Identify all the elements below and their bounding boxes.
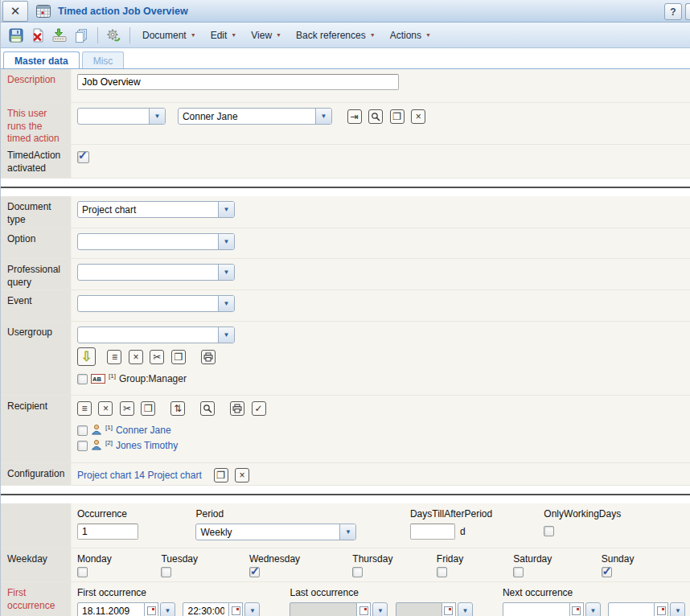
chevron-down-icon[interactable]: ▼ bbox=[160, 602, 175, 616]
copy-button[interactable] bbox=[71, 25, 92, 46]
period-select[interactable]: Weekly▼ bbox=[195, 524, 356, 540]
usergroup-select[interactable]: ▼ bbox=[77, 326, 235, 343]
title-bar: ✕ Timed action Job Overview ? bbox=[1, 0, 690, 23]
days-till-after-period-label: DaysTillAfterPeriod bbox=[410, 508, 540, 519]
check-icon[interactable]: ✓ bbox=[252, 401, 266, 416]
recipient-checkbox[interactable] bbox=[77, 441, 88, 451]
search-icon[interactable] bbox=[200, 401, 215, 416]
first-occurrence-date: ▼ bbox=[77, 602, 175, 616]
tab-bar: Master data Misc bbox=[1, 48, 690, 69]
activated-checkbox[interactable] bbox=[77, 151, 89, 163]
thursday-checkbox[interactable] bbox=[352, 567, 363, 577]
sunday-checkbox[interactable] bbox=[602, 567, 612, 577]
tab-master-data[interactable]: Master data bbox=[3, 51, 80, 68]
select-all-icon[interactable]: ≡ bbox=[77, 401, 92, 416]
user-type-select[interactable]: ▼ bbox=[77, 108, 166, 125]
tab-misc[interactable]: Misc bbox=[82, 51, 125, 68]
save-button[interactable] bbox=[6, 25, 27, 46]
row-event: Event ▼ bbox=[1, 290, 690, 322]
friday-checkbox[interactable] bbox=[437, 567, 447, 577]
day-label: Thursday bbox=[352, 553, 433, 565]
cut-icon[interactable]: ✂ bbox=[120, 401, 134, 416]
cut-icon[interactable]: ✂ bbox=[150, 350, 164, 364]
configuration-link[interactable]: Project chart 14 Project chart bbox=[77, 470, 202, 481]
calendar-icon[interactable] bbox=[570, 602, 584, 616]
paste-icon[interactable]: ❐ bbox=[214, 468, 228, 483]
close-button[interactable]: ✕ bbox=[2, 1, 28, 22]
chevron-down-icon: ▼ bbox=[370, 32, 376, 38]
chevron-down-icon: ▼ bbox=[218, 202, 234, 217]
next-occurrence-date-input[interactable] bbox=[503, 602, 570, 616]
professional-query-select[interactable]: ▼ bbox=[77, 264, 235, 281]
settings-button[interactable] bbox=[103, 25, 124, 46]
menu-back-references[interactable]: Back references▼ bbox=[289, 26, 383, 45]
print-icon[interactable] bbox=[201, 350, 216, 364]
timed-action-icon bbox=[35, 3, 51, 19]
recipient-checkbox[interactable] bbox=[77, 425, 88, 436]
next-occurrence-date: ▼ bbox=[503, 602, 601, 616]
chevron-down-icon: ▼ bbox=[218, 327, 234, 343]
last-occurrence-time-input bbox=[396, 602, 442, 616]
import-button[interactable] bbox=[49, 25, 70, 46]
partial-button[interactable] bbox=[685, 3, 690, 20]
row-user-runs: This user runs the timed action ▼ Conner… bbox=[1, 103, 690, 145]
user-select[interactable]: Conner Jane▼ bbox=[178, 108, 332, 125]
calendar-icon[interactable] bbox=[145, 602, 158, 616]
chevron-down-icon[interactable]: ▼ bbox=[372, 602, 388, 616]
document-type-select[interactable]: Project chart▼ bbox=[77, 201, 235, 218]
menu-document[interactable]: Document▼ bbox=[135, 26, 203, 45]
option-select[interactable]: ▼ bbox=[77, 233, 235, 250]
saturday-checkbox[interactable] bbox=[513, 567, 524, 577]
occurrence-label: Occurrence bbox=[77, 508, 192, 519]
calendar-icon[interactable] bbox=[655, 602, 668, 616]
calendar-icon[interactable] bbox=[357, 602, 371, 616]
sort-icon[interactable]: ⇅ bbox=[170, 401, 185, 416]
chevron-down-icon[interactable]: ▼ bbox=[585, 602, 601, 616]
print-icon[interactable] bbox=[230, 401, 244, 416]
first-occurrence-time-input[interactable] bbox=[183, 602, 229, 616]
clear-icon[interactable]: × bbox=[235, 468, 249, 483]
chevron-down-icon[interactable]: ▼ bbox=[670, 602, 685, 616]
abbreviation-icon: AB bbox=[91, 374, 105, 384]
recipient-link[interactable]: Conner Jane bbox=[116, 425, 171, 436]
monday-checkbox[interactable] bbox=[77, 567, 88, 577]
copy-icon[interactable]: ❐ bbox=[141, 401, 155, 416]
schedule-label-empty bbox=[1, 503, 72, 548]
first-occurrence-date-input[interactable] bbox=[77, 602, 145, 616]
description-input[interactable] bbox=[77, 74, 399, 90]
calendar-icon[interactable] bbox=[229, 602, 243, 616]
delete-icon[interactable]: × bbox=[129, 350, 143, 364]
menu-edit[interactable]: Edit▼ bbox=[203, 26, 244, 45]
paste-icon[interactable]: ❐ bbox=[390, 109, 405, 124]
menu-view[interactable]: View▼ bbox=[244, 26, 289, 45]
chevron-down-icon[interactable]: ▼ bbox=[458, 602, 473, 616]
only-working-days-checkbox[interactable] bbox=[544, 526, 554, 536]
professional-query-label: Professional query bbox=[1, 259, 72, 290]
goto-icon[interactable]: ⇥ bbox=[347, 109, 362, 124]
wednesday-checkbox[interactable] bbox=[249, 567, 260, 577]
save-icon bbox=[8, 27, 24, 43]
search-icon[interactable] bbox=[368, 109, 383, 124]
tuesday-checkbox[interactable] bbox=[161, 567, 171, 577]
calendar-icon[interactable] bbox=[442, 602, 456, 616]
event-select[interactable]: ▼ bbox=[77, 295, 235, 312]
cancel-document-button[interactable] bbox=[27, 25, 48, 46]
toolbar: Document▼ Edit▼ View▼ Back references▼ A… bbox=[1, 23, 690, 48]
occurrence-input[interactable] bbox=[77, 524, 138, 540]
chevron-down-icon[interactable]: ▼ bbox=[244, 602, 260, 616]
activated-label: TimedAction activated bbox=[1, 145, 72, 178]
menu-actions[interactable]: Actions▼ bbox=[383, 26, 438, 45]
delete-icon[interactable]: × bbox=[98, 401, 113, 416]
clear-icon[interactable]: × bbox=[411, 109, 425, 124]
day-label: Saturday bbox=[513, 553, 598, 565]
recipient-link[interactable]: Jones Timothy bbox=[116, 440, 178, 451]
row-option: Option ▼ bbox=[1, 228, 690, 259]
help-button[interactable]: ? bbox=[664, 3, 682, 20]
select-all-icon[interactable]: ≡ bbox=[107, 350, 121, 364]
copy-icon[interactable]: ❐ bbox=[171, 350, 186, 364]
row-document-type: Document type Project chart▼ bbox=[1, 196, 690, 228]
usergroup-item-checkbox[interactable] bbox=[77, 374, 88, 384]
days-till-after-period-input[interactable] bbox=[410, 524, 455, 540]
next-occurrence-time-input[interactable] bbox=[608, 602, 655, 616]
add-down-icon[interactable]: ⇩ bbox=[77, 347, 96, 366]
